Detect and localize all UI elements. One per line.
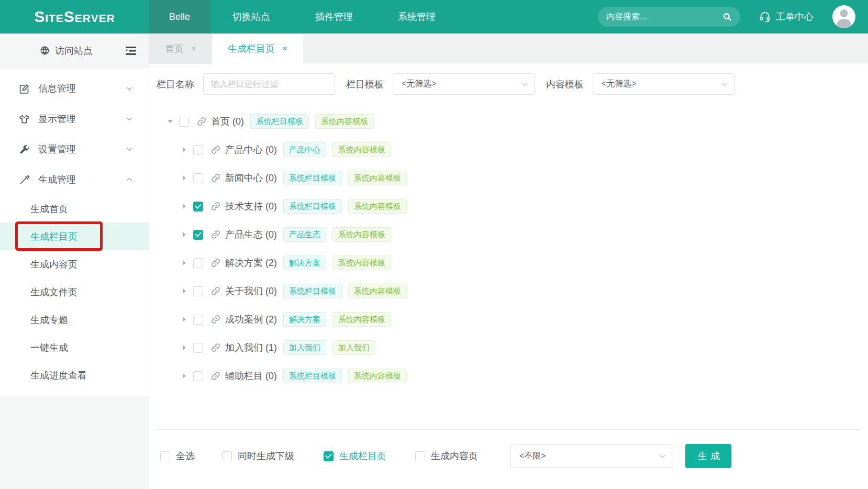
sidebar-subitem-4[interactable]: 生成专题 bbox=[0, 306, 149, 334]
footer-checkbox[interactable] bbox=[415, 451, 425, 461]
tab-0[interactable]: 首页× bbox=[149, 34, 212, 64]
channel-name[interactable]: 关于我们 (0) bbox=[225, 285, 277, 297]
caret-right-icon[interactable] bbox=[181, 260, 187, 265]
row-checkbox[interactable] bbox=[193, 145, 203, 155]
channel-template-tag[interactable]: 解决方案 bbox=[283, 255, 326, 270]
footer-checkbox-group-0[interactable]: 全选 bbox=[160, 450, 195, 462]
channel-name[interactable]: 首页 (0) bbox=[211, 115, 244, 128]
channel-template-tag[interactable]: 解决方案 bbox=[283, 312, 326, 327]
channel-template-tag[interactable]: 加入我们 bbox=[283, 340, 326, 355]
sidebar-item-2[interactable]: 设置管理 bbox=[0, 134, 149, 164]
content-template-tag[interactable]: 系统内容模板 bbox=[332, 312, 391, 327]
channel-name[interactable]: 产品生态 (0) bbox=[225, 228, 277, 241]
channel-name[interactable]: 产品中心 (0) bbox=[225, 143, 277, 156]
visit-site-link[interactable]: 访问站点 bbox=[55, 45, 93, 57]
channel-template-tag[interactable]: 系统栏目模板 bbox=[283, 284, 342, 298]
close-icon[interactable]: × bbox=[191, 43, 196, 54]
link-icon[interactable] bbox=[211, 173, 220, 183]
sidebar-subitem-2[interactable]: 生成内容页 bbox=[0, 250, 149, 278]
link-icon[interactable] bbox=[211, 343, 220, 352]
nav-item-切换站点[interactable]: 切换站点 bbox=[210, 0, 293, 34]
caret-right-icon[interactable] bbox=[181, 204, 187, 209]
content-template-tag[interactable]: 系统内容模板 bbox=[348, 199, 407, 214]
row-checkbox[interactable] bbox=[193, 343, 203, 353]
content-search-box[interactable] bbox=[598, 7, 740, 27]
channel-name[interactable]: 辅助栏目 (0) bbox=[225, 370, 277, 382]
sidebar-subitem-3[interactable]: 生成文件页 bbox=[0, 278, 149, 306]
footer-checkbox[interactable] bbox=[324, 451, 333, 461]
channel-name[interactable]: 解决方案 (2) bbox=[225, 257, 277, 269]
caret-right-icon[interactable] bbox=[181, 232, 187, 237]
sidebar-subitem-6[interactable]: 生成进度查看 bbox=[0, 361, 149, 389]
channel-template-tag[interactable]: 系统栏目模板 bbox=[283, 171, 342, 185]
row-checkbox[interactable] bbox=[179, 117, 189, 127]
content-template-tag[interactable]: 系统内容模板 bbox=[348, 171, 407, 185]
sidebar-collapse-icon[interactable] bbox=[125, 46, 137, 56]
user-avatar[interactable] bbox=[832, 5, 855, 28]
row-checkbox[interactable] bbox=[193, 371, 203, 381]
search-icon[interactable] bbox=[722, 12, 732, 21]
caret-right-icon[interactable] bbox=[181, 288, 187, 294]
caret-right-icon[interactable] bbox=[181, 373, 187, 379]
content-template-tag[interactable]: 系统内容模板 bbox=[332, 227, 391, 242]
channel-filter-input[interactable] bbox=[203, 73, 335, 95]
nav-item-系统管理[interactable]: 系统管理 bbox=[375, 0, 458, 34]
content-template-tag[interactable]: 加入我们 bbox=[332, 340, 375, 355]
row-checkbox[interactable] bbox=[193, 202, 203, 212]
sidebar-item-3[interactable]: 生成管理 bbox=[0, 164, 149, 195]
caret-right-icon[interactable] bbox=[181, 175, 187, 181]
channel-name[interactable]: 新闻中心 (0) bbox=[225, 172, 277, 184]
channel-template-tag[interactable]: 系统栏目模板 bbox=[250, 114, 309, 129]
link-icon[interactable] bbox=[197, 117, 206, 126]
link-icon[interactable] bbox=[211, 315, 220, 324]
content-template-tag[interactable]: 系统内容模板 bbox=[332, 142, 391, 157]
link-icon[interactable] bbox=[211, 230, 220, 239]
link-icon[interactable] bbox=[211, 258, 220, 268]
row-checkbox[interactable] bbox=[193, 230, 203, 240]
link-icon[interactable] bbox=[211, 202, 220, 211]
link-icon[interactable] bbox=[211, 371, 220, 381]
row-checkbox[interactable] bbox=[193, 258, 203, 268]
content-template-tag[interactable]: 系统内容模板 bbox=[315, 114, 374, 129]
content-template-select[interactable]: <无筛选> bbox=[593, 73, 735, 95]
row-checkbox[interactable] bbox=[193, 173, 203, 183]
sidebar-subitem-1[interactable]: 生成栏目页 bbox=[0, 223, 149, 250]
sidebar-subitem-5[interactable]: 一键生成 bbox=[0, 334, 149, 361]
caret-right-icon[interactable] bbox=[181, 317, 187, 322]
link-icon[interactable] bbox=[211, 286, 220, 296]
caret-right-icon[interactable] bbox=[181, 147, 187, 152]
caret-right-icon[interactable] bbox=[181, 345, 187, 350]
channel-template-tag[interactable]: 系统栏目模板 bbox=[283, 369, 342, 383]
tab-1[interactable]: 生成栏目页× bbox=[212, 34, 303, 64]
table-row: 辅助栏目 (0)系统栏目模板系统内容模板 bbox=[157, 362, 861, 390]
footer-checkbox[interactable] bbox=[222, 451, 232, 461]
channel-name[interactable]: 加入我们 (1) bbox=[225, 341, 277, 354]
content-template-tag[interactable]: 系统内容模板 bbox=[332, 255, 391, 270]
footer-checkbox-group-2[interactable]: 生成栏目页 bbox=[324, 450, 386, 462]
channel-template-tag[interactable]: 产品中心 bbox=[283, 142, 326, 157]
content-template-tag[interactable]: 系统内容模板 bbox=[348, 369, 407, 383]
sidebar-subitem-0[interactable]: 生成首页 bbox=[0, 195, 149, 223]
channel-template-select[interactable]: <无筛选> bbox=[393, 73, 535, 95]
footer-checkbox-group-3[interactable]: 生成内容页 bbox=[415, 450, 478, 462]
close-icon[interactable]: × bbox=[282, 43, 287, 54]
footer-checkbox[interactable] bbox=[160, 451, 170, 461]
footer-checkbox-group-1[interactable]: 同时生成下级 bbox=[222, 450, 294, 462]
generate-button[interactable]: 生成 bbox=[685, 444, 731, 468]
caret-down-icon[interactable] bbox=[167, 120, 173, 123]
channel-template-tag[interactable]: 系统栏目模板 bbox=[283, 199, 342, 214]
ticket-center-link[interactable]: 工单中心 bbox=[759, 10, 814, 23]
nav-item-插件管理[interactable]: 插件管理 bbox=[293, 0, 375, 34]
row-checkbox[interactable] bbox=[193, 315, 203, 325]
scope-select[interactable]: <不限> bbox=[510, 444, 673, 468]
nav-item-site[interactable]: Belle bbox=[149, 0, 210, 34]
channel-name[interactable]: 技术支持 (0) bbox=[225, 200, 277, 213]
channel-name[interactable]: 成功案例 (2) bbox=[225, 313, 277, 326]
channel-template-tag[interactable]: 产品生态 bbox=[283, 227, 326, 242]
link-icon[interactable] bbox=[211, 145, 220, 154]
sidebar-item-1[interactable]: 显示管理 bbox=[0, 104, 149, 134]
row-checkbox[interactable] bbox=[193, 286, 203, 296]
content-template-tag[interactable]: 系统内容模板 bbox=[348, 284, 407, 298]
search-input[interactable] bbox=[606, 12, 722, 21]
sidebar-item-0[interactable]: 信息管理 bbox=[0, 73, 149, 104]
